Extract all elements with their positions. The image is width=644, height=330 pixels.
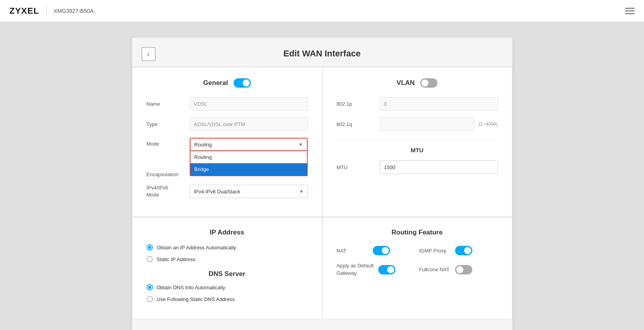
- mtu-input[interactable]: [380, 160, 498, 174]
- vlan-title: VLAN: [397, 79, 415, 87]
- type-row: Type: [147, 117, 308, 131]
- obtain-dns-radio[interactable]: [147, 284, 153, 290]
- back-button[interactable]: ‹: [141, 47, 156, 61]
- static-ip-radio[interactable]: [147, 256, 153, 262]
- dot1q-input[interactable]: [380, 117, 475, 131]
- ip-address-title: IP Address: [210, 229, 244, 236]
- ip-address-section: IP Address Obtain an IP Address Automati…: [132, 217, 322, 319]
- fullcone-toggle[interactable]: [455, 265, 472, 274]
- obtain-ip-radio[interactable]: [147, 244, 153, 251]
- static-dns-radio-row[interactable]: Use Following Static DNS Address: [147, 296, 308, 302]
- logo: ZYXEL: [9, 6, 39, 16]
- top-sections-grid: General Name Type: [132, 67, 512, 217]
- gateway-label: Apply as DefaultGateway: [337, 262, 374, 276]
- igmp-label: IGMP Proxy: [419, 248, 450, 254]
- dot1q-row: 802.1q (1~4094): [337, 117, 498, 131]
- obtain-ip-label: Obtain an IP Address Automatically: [157, 245, 236, 251]
- static-dns-radio[interactable]: [147, 296, 153, 302]
- igmp-row: IGMP Proxy: [419, 246, 498, 255]
- obtain-ip-radio-row[interactable]: Obtain an IP Address Automatically: [147, 244, 308, 251]
- routing-feature-grid: NAT IGMP Proxy Apply as Defa: [337, 246, 498, 276]
- fullcone-label: Fullcone NAT: [419, 267, 450, 272]
- gateway-row: Apply as DefaultGateway: [337, 262, 415, 276]
- mode-label: Mode: [147, 138, 190, 147]
- fullcone-row: Fullcone NAT: [419, 262, 498, 276]
- nat-label: NAT: [337, 248, 368, 254]
- ipv6-mode-label: IPv4/IPv6Mode: [147, 184, 190, 198]
- mtu-row: MTU: [337, 160, 498, 174]
- dot1q-label: 802.1q: [337, 121, 380, 127]
- name-label: Name: [147, 101, 190, 107]
- dns-title: DNS Server: [209, 270, 245, 278]
- main-content: ‹ Edit WAN Interface General Name: [0, 22, 644, 330]
- name-input[interactable]: [190, 97, 308, 110]
- vlan-mtu-section: VLAN 802.1p 802.1q (1~4094): [322, 67, 512, 217]
- device-model: XMG3927-B50A: [54, 8, 94, 14]
- general-section: General Name Type: [132, 67, 322, 217]
- static-ip-radio-row[interactable]: Static IP Address: [147, 256, 308, 262]
- mtu-section: MTU MTU: [337, 140, 498, 174]
- general-title: General: [203, 79, 228, 87]
- gateway-toggle[interactable]: [378, 265, 395, 274]
- mode-option-routing[interactable]: Routing: [190, 151, 307, 163]
- dot1p-input[interactable]: [380, 97, 498, 110]
- routing-feature-title: Routing Feature: [392, 229, 443, 236]
- igmp-toggle[interactable]: [455, 246, 472, 255]
- static-ip-label: Static IP Address: [157, 256, 196, 262]
- header: ZYXEL XMG3927-B50A: [0, 0, 644, 22]
- ipv6-mode-dropdown: IPv4 IPv6 DualStack IPv4 Only IPv6 Only …: [190, 185, 308, 198]
- ipv6-mode-select[interactable]: IPv4 IPv6 DualStack IPv4 Only IPv6 Only: [190, 185, 308, 198]
- obtain-dns-label: Obtain DNS Info Automatically: [157, 285, 225, 290]
- bottom-sections-grid: IP Address Obtain an IP Address Automati…: [132, 217, 512, 319]
- dot1q-note: (1~4094): [479, 121, 497, 127]
- static-dns-label: Use Following Static DNS Address: [157, 296, 235, 302]
- routing-feature-section: Routing Feature NAT IGMP Proxy: [322, 217, 512, 319]
- mode-dropdown-arrow-icon: ▼: [299, 142, 303, 147]
- mode-dropdown-container: Routing ▼ Routing Bridge: [190, 138, 308, 151]
- mtu-label: MTU: [337, 164, 380, 170]
- obtain-dns-radio-row[interactable]: Obtain DNS Info Automatically: [147, 284, 308, 290]
- dot1p-label: 802.1p: [337, 101, 380, 107]
- mode-selected-value: Routing: [194, 142, 212, 148]
- header-divider: [46, 5, 47, 16]
- nat-toggle[interactable]: [373, 246, 390, 255]
- menu-icon[interactable]: [625, 8, 635, 14]
- type-label: Type: [147, 121, 190, 127]
- dot1p-row: 802.1p: [337, 97, 498, 110]
- encapsulation-label: Encapsulation: [147, 171, 190, 177]
- nat-row: NAT: [337, 246, 415, 255]
- page-card: ‹ Edit WAN Interface General Name: [132, 38, 512, 330]
- type-input: [190, 117, 308, 131]
- vlan-toggle[interactable]: [420, 78, 437, 88]
- name-row: Name: [147, 97, 308, 110]
- mode-select[interactable]: Routing ▼: [190, 138, 308, 151]
- mode-row: Mode Routing ▼ Routing Bridge: [147, 138, 308, 151]
- page-title: Edit WAN Interface: [132, 38, 512, 67]
- mode-dropdown-list: Routing Bridge: [190, 151, 308, 176]
- mtu-title: MTU: [337, 147, 498, 153]
- ipv6-mode-row: IPv4/IPv6Mode IPv4 IPv6 DualStack IPv4 O…: [147, 184, 308, 198]
- general-toggle[interactable]: [234, 78, 251, 88]
- mode-option-bridge[interactable]: Bridge: [190, 163, 307, 175]
